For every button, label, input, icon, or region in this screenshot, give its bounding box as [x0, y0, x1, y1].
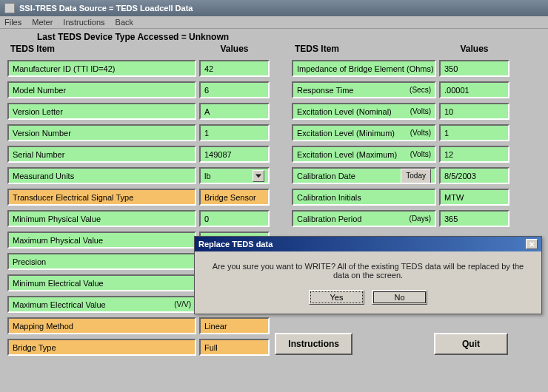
- teds-item-label-text: Calibration Date: [297, 170, 355, 182]
- teds-item-label-text: Maximum Electrical Value: [13, 299, 106, 311]
- teds-item-label: Impedance of Bridge Element (Ohms): [292, 60, 436, 77]
- teds-value-text: A: [204, 106, 210, 118]
- teds-value-field[interactable]: MTW: [439, 189, 509, 206]
- teds-value-text: .00001: [444, 84, 470, 96]
- teds-item-label-text: Precision: [13, 256, 46, 268]
- teds-item-label-text: Transducer Electrical Signal Type: [13, 192, 133, 203]
- menu-instructions[interactable]: Instructions: [63, 18, 104, 27]
- teds-item-label-text: Mapping Method: [13, 320, 73, 332]
- teds-value-field[interactable]: lb: [199, 167, 270, 184]
- teds-item-label: Model Number: [7, 81, 196, 98]
- app-icon: [4, 3, 15, 13]
- unit-tag: (Secs): [410, 84, 431, 96]
- modal-message: Are you sure you want to WRITE? All of t…: [195, 251, 541, 285]
- teds-item-label: Calibration Period(Days): [292, 210, 436, 227]
- teds-value-field[interactable]: 10: [439, 103, 509, 120]
- teds-item-label: Response Time(Secs): [292, 81, 436, 98]
- bottom-button-row: Instructions Quit: [0, 333, 548, 355]
- teds-value-text: lb: [204, 170, 211, 182]
- header-values-left: Values: [199, 44, 270, 55]
- chevron-down-icon[interactable]: [253, 170, 264, 182]
- teds-item-label: Minimum Electrical Value: [7, 274, 196, 291]
- teds-value-field[interactable]: 0: [199, 210, 270, 227]
- teds-value-text: MTW: [444, 192, 464, 203]
- teds-item-label: Calibration DateToday: [292, 167, 436, 184]
- teds-item-label: Version Letter: [7, 103, 196, 120]
- teds-value-field[interactable]: 1: [199, 124, 270, 141]
- teds-item-label-text: Calibration Period: [297, 213, 361, 225]
- teds-value-text: 365: [444, 213, 458, 225]
- menu-back[interactable]: Back: [116, 18, 133, 27]
- teds-item-label: Precision: [7, 253, 196, 270]
- teds-item-label: Measurand Units: [7, 167, 196, 184]
- teds-item-label: Calibration Initials: [292, 189, 436, 206]
- teds-value-field[interactable]: 8/5/2003: [439, 167, 509, 184]
- instructions-button[interactable]: Instructions: [275, 333, 352, 355]
- teds-value-text: Bridge Sensor: [204, 192, 256, 203]
- modal-button-row: Yes No: [195, 285, 541, 314]
- teds-item-label-text: Serial Number: [13, 149, 64, 160]
- teds-value-field[interactable]: Bridge Sensor: [199, 189, 270, 206]
- teds-item-label-text: Excitation Level (Minimum): [297, 127, 395, 139]
- unit-tag: (Days): [410, 213, 431, 225]
- teds-value-text: 42: [204, 63, 213, 75]
- teds-item-label: Maximum Physical Value: [7, 232, 196, 249]
- teds-item-label-text: Response Time: [297, 84, 353, 96]
- teds-value-field[interactable]: .00001: [439, 81, 509, 98]
- teds-value-field[interactable]: 1: [439, 124, 509, 141]
- modal-titlebar: Replace TEDS data ✕: [195, 237, 541, 251]
- yes-button[interactable]: Yes: [309, 290, 364, 305]
- teds-item-label: Excitation Level (Nominal)(Volts): [292, 103, 436, 120]
- unit-tag: (Volts): [410, 127, 431, 139]
- teds-value-text: 149087: [204, 149, 232, 160]
- header-item-left: TEDS Item: [7, 44, 196, 55]
- teds-value-text: 10: [444, 106, 453, 118]
- teds-item-label: Mapping Method: [7, 317, 196, 334]
- unit-tag: (Volts): [410, 149, 431, 160]
- teds-item-label: Minimum Physical Value: [7, 210, 196, 227]
- replace-teds-modal: Replace TEDS data ✕ Are you sure you wan…: [194, 236, 542, 314]
- teds-item-label-text: Manufacturer ID (TTI ID=42): [13, 63, 115, 75]
- teds-value-field[interactable]: 6: [199, 81, 270, 98]
- teds-item-label: Manufacturer ID (TTI ID=42): [7, 60, 196, 77]
- modal-title: Replace TEDS data: [198, 240, 273, 249]
- teds-value-field[interactable]: 149087: [199, 146, 270, 163]
- teds-item-label-text: Version Number: [13, 127, 71, 139]
- teds-value-text: 12: [444, 149, 453, 160]
- teds-value-text: 6: [204, 84, 209, 96]
- window-titlebar: SSI-TRES Data Source = TEDS Loadcell Dat…: [0, 0, 548, 16]
- teds-item-label: Transducer Electrical Signal Type: [7, 189, 196, 206]
- teds-item-label-text: Excitation Level (Nominal): [297, 106, 392, 118]
- teds-value-field[interactable]: Linear: [199, 317, 270, 334]
- teds-item-label-text: Measurand Units: [13, 170, 74, 182]
- teds-item-label-text: Version Letter: [13, 106, 63, 118]
- teds-item-label-text: Model Number: [13, 84, 66, 96]
- teds-item-label-text: Maximum Physical Value: [13, 234, 103, 246]
- teds-item-label-text: Impedance of Bridge Element (Ohms): [297, 63, 434, 75]
- teds-item-label: Excitation Level (Minimum)(Volts): [292, 124, 436, 141]
- teds-value-text: Linear: [204, 320, 227, 332]
- no-button[interactable]: No: [372, 290, 427, 305]
- menu-files[interactable]: Files: [4, 18, 21, 27]
- subtitle: Last TEDS Device Type Accessed = Unknown: [7, 32, 541, 44]
- window-title: SSI-TRES Data Source = TEDS Loadcell Dat…: [19, 4, 193, 13]
- teds-value-field[interactable]: 42: [199, 60, 270, 77]
- unit-tag: (Volts): [410, 106, 431, 118]
- teds-value-text: 1: [204, 127, 209, 139]
- teds-value-field[interactable]: 12: [439, 146, 509, 163]
- today-button[interactable]: Today: [401, 169, 431, 183]
- quit-button[interactable]: Quit: [434, 333, 508, 355]
- teds-value-field[interactable]: 365: [439, 210, 509, 227]
- teds-value-field[interactable]: A: [199, 103, 270, 120]
- menu-meter[interactable]: Meter: [32, 18, 53, 27]
- teds-value-text: 0: [204, 213, 209, 225]
- teds-value-text: 8/5/2003: [444, 170, 476, 182]
- teds-value-text: 350: [444, 63, 458, 75]
- teds-value-field[interactable]: 350: [439, 60, 509, 77]
- teds-item-label-text: Minimum Physical Value: [13, 213, 101, 225]
- teds-item-label: Version Number: [7, 124, 196, 141]
- close-icon[interactable]: ✕: [526, 239, 538, 249]
- teds-item-label-text: Minimum Electrical Value: [13, 277, 104, 289]
- teds-item-label: Serial Number: [7, 146, 196, 163]
- teds-value-text: 1: [444, 127, 449, 139]
